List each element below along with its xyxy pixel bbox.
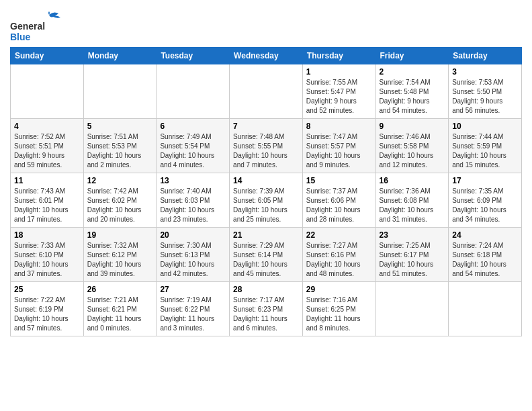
calendar-cell: 4Sunrise: 7:52 AM Sunset: 5:51 PM Daylig…: [11, 119, 84, 173]
day-number: 10: [452, 122, 518, 131]
calendar-cell: 24Sunrise: 7:24 AM Sunset: 6:18 PM Dayli…: [449, 228, 522, 282]
day-info: Sunrise: 7:43 AM Sunset: 6:01 PM Dayligh…: [14, 187, 80, 224]
day-number: 5: [87, 122, 153, 131]
logo: General Blue: [10, 9, 67, 43]
day-number: 7: [233, 122, 299, 131]
day-info: Sunrise: 7:27 AM Sunset: 6:16 PM Dayligh…: [306, 241, 372, 279]
day-info: Sunrise: 7:21 AM Sunset: 6:21 PM Dayligh…: [87, 295, 153, 333]
logo-svg: General Blue: [10, 9, 67, 43]
day-header-wednesday: Wednesday: [230, 48, 303, 64]
day-info: Sunrise: 7:24 AM Sunset: 6:18 PM Dayligh…: [452, 241, 518, 279]
day-header-monday: Monday: [83, 48, 157, 64]
day-number: 26: [87, 285, 153, 294]
day-number: 8: [306, 122, 372, 131]
day-number: 23: [380, 230, 445, 240]
day-number: 22: [306, 230, 372, 240]
svg-text:Blue: Blue: [10, 32, 31, 42]
day-number: 16: [380, 176, 445, 185]
day-info: Sunrise: 7:51 AM Sunset: 5:53 PM Dayligh…: [87, 132, 153, 170]
calendar-cell: 13Sunrise: 7:40 AM Sunset: 6:03 PM Dayli…: [157, 173, 230, 228]
calendar-cell: 7Sunrise: 7:48 AM Sunset: 5:55 PM Daylig…: [230, 119, 303, 173]
day-info: Sunrise: 7:16 AM Sunset: 6:25 PM Dayligh…: [306, 295, 372, 333]
calendar-cell: 3Sunrise: 7:53 AM Sunset: 5:50 PM Daylig…: [449, 64, 522, 119]
day-number: 2: [380, 67, 445, 77]
day-header-saturday: Saturday: [449, 48, 522, 64]
calendar-cell: 10Sunrise: 7:44 AM Sunset: 5:59 PM Dayli…: [449, 119, 522, 173]
calendar-cell: [83, 64, 157, 119]
calendar-cell: 26Sunrise: 7:21 AM Sunset: 6:21 PM Dayli…: [83, 282, 157, 336]
day-info: Sunrise: 7:44 AM Sunset: 5:59 PM Dayligh…: [452, 132, 518, 170]
calendar-week-row: 18Sunrise: 7:33 AM Sunset: 6:10 PM Dayli…: [11, 228, 522, 282]
day-info: Sunrise: 7:29 AM Sunset: 6:14 PM Dayligh…: [233, 241, 299, 279]
day-info: Sunrise: 7:48 AM Sunset: 5:55 PM Dayligh…: [233, 132, 299, 170]
calendar-header-row: SundayMondayTuesdayWednesdayThursdayFrid…: [11, 48, 522, 64]
calendar-cell: 20Sunrise: 7:30 AM Sunset: 6:13 PM Dayli…: [157, 228, 230, 282]
day-header-sunday: Sunday: [11, 48, 84, 64]
day-info: Sunrise: 7:30 AM Sunset: 6:13 PM Dayligh…: [160, 241, 226, 279]
calendar-cell: [449, 282, 522, 336]
day-number: 11: [14, 176, 80, 185]
day-header-tuesday: Tuesday: [157, 48, 230, 64]
day-info: Sunrise: 7:40 AM Sunset: 6:03 PM Dayligh…: [160, 187, 226, 224]
day-info: Sunrise: 7:19 AM Sunset: 6:22 PM Dayligh…: [160, 295, 226, 333]
calendar-cell: 19Sunrise: 7:32 AM Sunset: 6:12 PM Dayli…: [83, 228, 157, 282]
calendar-week-row: 4Sunrise: 7:52 AM Sunset: 5:51 PM Daylig…: [11, 119, 522, 173]
day-number: 24: [452, 230, 518, 240]
calendar-cell: 28Sunrise: 7:17 AM Sunset: 6:23 PM Dayli…: [230, 282, 303, 336]
calendar-cell: 16Sunrise: 7:36 AM Sunset: 6:08 PM Dayli…: [375, 173, 449, 228]
calendar-week-row: 25Sunrise: 7:22 AM Sunset: 6:19 PM Dayli…: [11, 282, 522, 336]
day-number: 1: [306, 67, 372, 77]
day-info: Sunrise: 7:53 AM Sunset: 5:50 PM Dayligh…: [452, 78, 518, 116]
day-number: 3: [452, 67, 518, 77]
day-header-friday: Friday: [375, 48, 449, 64]
calendar-cell: 12Sunrise: 7:42 AM Sunset: 6:02 PM Dayli…: [83, 173, 157, 228]
calendar-cell: 18Sunrise: 7:33 AM Sunset: 6:10 PM Dayli…: [11, 228, 84, 282]
calendar-cell: 22Sunrise: 7:27 AM Sunset: 6:16 PM Dayli…: [302, 228, 375, 282]
day-info: Sunrise: 7:46 AM Sunset: 5:58 PM Dayligh…: [380, 132, 445, 170]
day-number: 12: [87, 176, 153, 185]
calendar-cell: 29Sunrise: 7:16 AM Sunset: 6:25 PM Dayli…: [302, 282, 375, 336]
day-info: Sunrise: 7:54 AM Sunset: 5:48 PM Dayligh…: [380, 78, 445, 116]
calendar-cell: 8Sunrise: 7:47 AM Sunset: 5:57 PM Daylig…: [302, 119, 375, 173]
day-number: 6: [160, 122, 226, 131]
day-number: 4: [14, 122, 80, 131]
calendar-week-row: 11Sunrise: 7:43 AM Sunset: 6:01 PM Dayli…: [11, 173, 522, 228]
day-info: Sunrise: 7:39 AM Sunset: 6:05 PM Dayligh…: [233, 187, 299, 224]
day-header-thursday: Thursday: [302, 48, 375, 64]
calendar-cell: 23Sunrise: 7:25 AM Sunset: 6:17 PM Dayli…: [375, 228, 449, 282]
day-number: 20: [160, 230, 226, 240]
day-number: 19: [87, 230, 153, 240]
day-info: Sunrise: 7:35 AM Sunset: 6:09 PM Dayligh…: [452, 187, 518, 224]
calendar-cell: 9Sunrise: 7:46 AM Sunset: 5:58 PM Daylig…: [375, 119, 449, 173]
day-info: Sunrise: 7:22 AM Sunset: 6:19 PM Dayligh…: [14, 295, 80, 333]
day-info: Sunrise: 7:33 AM Sunset: 6:10 PM Dayligh…: [14, 241, 80, 279]
calendar-cell: 25Sunrise: 7:22 AM Sunset: 6:19 PM Dayli…: [11, 282, 84, 336]
day-number: 21: [233, 230, 299, 240]
day-number: 28: [233, 285, 299, 294]
day-number: 13: [160, 176, 226, 185]
calendar-cell: [11, 64, 84, 119]
day-info: Sunrise: 7:37 AM Sunset: 6:06 PM Dayligh…: [306, 187, 372, 224]
calendar-cell: 15Sunrise: 7:37 AM Sunset: 6:06 PM Dayli…: [302, 173, 375, 228]
day-number: 27: [160, 285, 226, 294]
header: General Blue: [10, 7, 522, 43]
calendar-cell: [230, 64, 303, 119]
calendar-cell: 17Sunrise: 7:35 AM Sunset: 6:09 PM Dayli…: [449, 173, 522, 228]
day-info: Sunrise: 7:42 AM Sunset: 6:02 PM Dayligh…: [87, 187, 153, 224]
calendar-cell: 14Sunrise: 7:39 AM Sunset: 6:05 PM Dayli…: [230, 173, 303, 228]
calendar-table: SundayMondayTuesdayWednesdayThursdayFrid…: [10, 47, 522, 336]
day-number: 15: [306, 176, 372, 185]
day-info: Sunrise: 7:49 AM Sunset: 5:54 PM Dayligh…: [160, 132, 226, 170]
calendar-cell: 1Sunrise: 7:55 AM Sunset: 5:47 PM Daylig…: [302, 64, 375, 119]
day-number: 18: [14, 230, 80, 240]
day-info: Sunrise: 7:17 AM Sunset: 6:23 PM Dayligh…: [233, 295, 299, 333]
svg-text:General: General: [10, 21, 45, 32]
day-info: Sunrise: 7:25 AM Sunset: 6:17 PM Dayligh…: [380, 241, 445, 279]
calendar-cell: 5Sunrise: 7:51 AM Sunset: 5:53 PM Daylig…: [83, 119, 157, 173]
day-number: 14: [233, 176, 299, 185]
calendar-cell: 2Sunrise: 7:54 AM Sunset: 5:48 PM Daylig…: [375, 64, 449, 119]
calendar-cell: 27Sunrise: 7:19 AM Sunset: 6:22 PM Dayli…: [157, 282, 230, 336]
day-info: Sunrise: 7:55 AM Sunset: 5:47 PM Dayligh…: [306, 78, 372, 116]
day-number: 17: [452, 176, 518, 185]
calendar-cell: [157, 64, 230, 119]
